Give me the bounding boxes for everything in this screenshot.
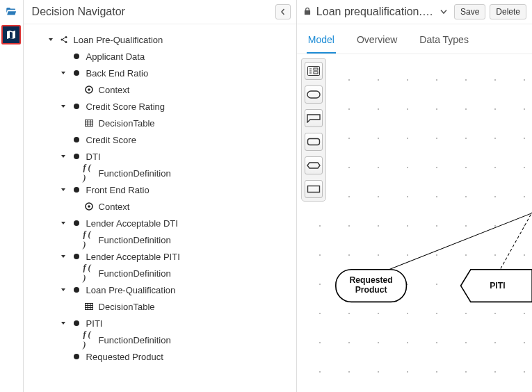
svg-point-11 (74, 187, 79, 193)
tree-node[interactable]: Lender Acceptable PITI (31, 248, 296, 265)
tree-node[interactable]: Context (31, 81, 296, 98)
diagram-svg: Requested Product PITI (297, 54, 532, 392)
table-icon (83, 117, 95, 129)
decision-tree: Loan Pre-QualificationApplicant DataBack… (24, 24, 296, 392)
tree-node[interactable]: PITI (31, 315, 296, 332)
dot-icon (71, 284, 82, 295)
editor-tabs: Model Overview Data Types (297, 24, 532, 54)
tree-node[interactable]: Loan Pre-Qualification (31, 281, 296, 298)
tab-data-types[interactable]: Data Types (418, 30, 470, 54)
canvas[interactable]: Requested Product PITI (297, 54, 532, 392)
table-icon (83, 301, 95, 312)
map-icon[interactable] (1, 25, 21, 44)
node-piti[interactable]: PITI (460, 270, 532, 302)
tree-node-label: Lender Acceptable PITI (86, 252, 180, 262)
tree-node[interactable]: f ( )FunctionDefinition (31, 165, 296, 181)
tree-node-label: FunctionDefinition (99, 335, 171, 345)
tree-node[interactable]: DecisionTable (31, 115, 296, 131)
collapse-button[interactable] (275, 4, 291, 19)
svg-point-3 (74, 54, 79, 59)
caret-down-icon[interactable] (60, 104, 67, 109)
delete-button[interactable]: Delete (490, 4, 526, 19)
caret-down-icon[interactable] (47, 37, 54, 42)
svg-point-6 (88, 88, 90, 91)
tree-node-label: Context (99, 85, 130, 95)
file-title: Loan prequalification.… (316, 6, 433, 18)
tab-model[interactable]: Model (307, 30, 336, 54)
caret-down-icon[interactable] (60, 220, 67, 226)
dot-icon (71, 184, 82, 195)
tree-node[interactable]: DTI (31, 148, 296, 165)
dot-icon (71, 51, 82, 62)
tree-node[interactable]: Lender Acceptable DTI (31, 215, 296, 231)
tree-node-label: Loan Pre-Qualification (86, 285, 176, 295)
app-root: Decision Navigator Loan Pre-Qualificatio… (0, 0, 532, 392)
tree-node-label: Front End Ratio (86, 185, 150, 195)
fx-icon: f ( ) (83, 234, 95, 245)
tree-node[interactable]: f ( )FunctionDefinition (31, 332, 296, 348)
tree-node[interactable]: Context (31, 198, 296, 215)
tree-node[interactable]: Credit Score Rating (31, 98, 296, 115)
dot-icon (71, 151, 82, 162)
svg-point-14 (74, 220, 79, 226)
tree-node[interactable]: Loan Pre-Qualification (31, 31, 296, 48)
tree-node-label: Lender Acceptable DTI (86, 218, 178, 229)
dot-icon (71, 101, 82, 112)
caret-down-icon[interactable] (60, 154, 67, 159)
icon-rail (0, 0, 24, 392)
caret-down-icon[interactable] (60, 70, 67, 76)
svg-rect-17 (85, 304, 92, 310)
svg-text:PITI: PITI (490, 281, 505, 291)
tree-node-label: FunctionDefinition (99, 168, 171, 179)
tree-node-label: Applicant Data (86, 51, 145, 62)
tree-node-label: FunctionDefinition (99, 235, 171, 245)
svg-point-4 (74, 70, 79, 76)
svg-text:Requested: Requested (349, 275, 392, 285)
tree-node-label: Credit Score (86, 135, 136, 145)
chevron-down-icon (440, 9, 447, 15)
dot-icon (71, 134, 82, 145)
save-button[interactable]: Save (454, 4, 485, 19)
node-requested-product[interactable]: Requested Product (336, 270, 407, 302)
svg-text:Product: Product (355, 285, 387, 295)
tree-node[interactable]: f ( )FunctionDefinition (31, 231, 296, 248)
tree-node[interactable]: DecisionTable (31, 298, 296, 315)
tab-overview[interactable]: Overview (355, 30, 398, 54)
tree-node[interactable]: Back End Ratio (31, 65, 296, 81)
tree-node-label: Context (99, 202, 130, 212)
fx-icon: f ( ) (83, 334, 95, 345)
tree-node-label: Credit Score Rating (86, 101, 165, 112)
folder-open-icon[interactable] (3, 4, 19, 19)
editor-panel: Loan prequalification.… Save Delete Mode… (297, 0, 532, 392)
dot-icon (71, 351, 82, 362)
fx-icon: f ( ) (83, 168, 95, 179)
chevron-left-icon (280, 8, 287, 15)
tree-node[interactable]: Credit Score (31, 131, 296, 148)
editor-topbar: Loan prequalification.… Save Delete (297, 0, 532, 24)
panel-title: Decision Navigator (32, 6, 125, 18)
tree-node[interactable]: Requested Product (31, 348, 296, 365)
svg-rect-8 (85, 120, 92, 126)
caret-down-icon[interactable] (60, 320, 67, 326)
tree-node-label: PITI (86, 318, 103, 329)
caret-down-icon[interactable] (60, 254, 67, 259)
tree-node[interactable]: Front End Ratio (31, 181, 296, 198)
dot-icon (71, 67, 82, 79)
tree-node-label: FunctionDefinition (99, 268, 171, 279)
dot-icon (71, 318, 82, 329)
tree-node-label: Loan Pre-Qualification (74, 35, 163, 45)
decision-navigator-panel: Decision Navigator Loan Pre-Qualificatio… (24, 0, 297, 392)
caret-down-icon[interactable] (60, 187, 67, 193)
tree-node-label: Requested Product (86, 352, 163, 362)
file-menu-caret[interactable] (437, 8, 450, 16)
target-icon (83, 201, 95, 212)
tree-node-label: DecisionTable (99, 302, 155, 312)
svg-line-27 (498, 212, 532, 272)
dot-icon (71, 251, 82, 262)
tree-node-label: DecisionTable (99, 118, 155, 129)
tree-node[interactable]: f ( )FunctionDefinition (31, 265, 296, 281)
svg-point-9 (74, 137, 79, 142)
svg-point-7 (74, 104, 79, 109)
tree-node[interactable]: Applicant Data (31, 48, 296, 65)
caret-down-icon[interactable] (60, 287, 67, 293)
